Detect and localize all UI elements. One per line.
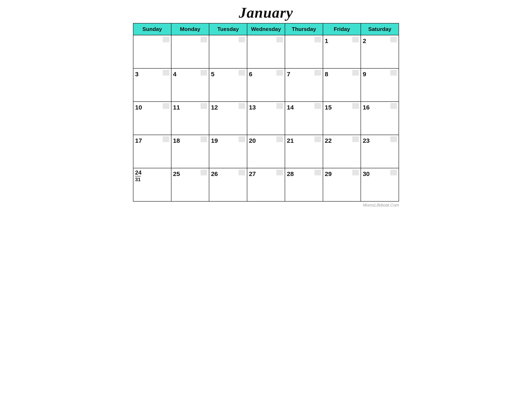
calendar-cell: 17: [133, 135, 171, 168]
corner-mark: [163, 70, 169, 76]
calendar-cell: 12: [209, 102, 247, 135]
corner-mark: [276, 136, 283, 142]
calendar-cell: 2431: [133, 168, 171, 201]
corner-mark: [163, 103, 169, 109]
corner-mark: [163, 37, 169, 42]
calendar-cell: 29: [323, 168, 361, 201]
week-row-2: 3456789: [133, 68, 399, 102]
corner-mark: [314, 170, 321, 175]
corner-mark: [352, 103, 359, 109]
calendar-cell: 7: [285, 68, 323, 102]
calendar-cell: 16: [361, 102, 399, 135]
calendar-cell: 19: [209, 135, 247, 168]
calendar-cell: 8: [323, 68, 361, 102]
week-row-5: 2431252627282930: [133, 168, 399, 201]
corner-mark: [276, 103, 283, 109]
corner-mark: [276, 37, 283, 42]
corner-mark: [390, 136, 397, 142]
calendar-cell: 6: [247, 68, 285, 102]
day-number-bottom: 31: [135, 176, 141, 182]
corner-mark: [390, 37, 397, 42]
calendar-cell: 4: [171, 68, 209, 102]
calendar-table: SundayMondayTuesdayWednesdayThursdayFrid…: [133, 23, 399, 201]
day-number-top: 24: [135, 170, 142, 176]
calendar-cell: 30: [361, 168, 399, 201]
calendar-container: January SundayMondayTuesdayWednesdayThur…: [133, 4, 399, 208]
header-day-tuesday: Tuesday: [209, 23, 247, 35]
watermark: MomsLifeboat.Com: [133, 203, 399, 208]
corner-mark: [314, 136, 321, 142]
calendar-cell: 26: [209, 168, 247, 201]
corner-mark: [390, 103, 397, 109]
header-day-saturday: Saturday: [361, 23, 399, 35]
corner-mark: [200, 70, 207, 76]
corner-mark: [238, 103, 245, 109]
days-header-row: SundayMondayTuesdayWednesdayThursdayFrid…: [133, 23, 399, 35]
corner-mark: [352, 70, 359, 76]
corner-mark: [200, 103, 207, 109]
header-day-thursday: Thursday: [285, 23, 323, 35]
calendar-cell: 14: [285, 102, 323, 135]
calendar-cell: 25: [171, 168, 209, 201]
week-row-1: 12: [133, 35, 399, 68]
calendar-cell: 21: [285, 135, 323, 168]
corner-mark: [238, 70, 245, 76]
calendar-cell: 20: [247, 135, 285, 168]
calendar-cell: [247, 35, 285, 68]
calendar-cell: 18: [171, 135, 209, 168]
header-day-sunday: Sunday: [133, 23, 171, 35]
calendar-title: January: [133, 4, 399, 21]
calendar-cell: 11: [171, 102, 209, 135]
calendar-cell: 5: [209, 68, 247, 102]
header-day-friday: Friday: [323, 23, 361, 35]
header-day-monday: Monday: [171, 23, 209, 35]
corner-mark: [314, 70, 321, 76]
corner-mark: [352, 136, 359, 142]
calendar-cell: 9: [361, 68, 399, 102]
corner-mark: [238, 37, 245, 42]
calendar-cell: 10: [133, 102, 171, 135]
header-day-wednesday: Wednesday: [247, 23, 285, 35]
corner-mark: [352, 37, 359, 42]
calendar-cell: 15: [323, 102, 361, 135]
corner-mark: [276, 170, 283, 175]
corner-mark: [238, 136, 245, 142]
corner-mark: [238, 170, 245, 175]
corner-mark: [314, 37, 321, 42]
week-row-4: 17181920212223: [133, 135, 399, 168]
corner-mark: [390, 70, 397, 76]
corner-mark: [200, 37, 207, 42]
calendar-cell: 2: [361, 35, 399, 68]
calendar-cell: [133, 35, 171, 68]
calendar-cell: 3: [133, 68, 171, 102]
calendar-cell: 1: [323, 35, 361, 68]
week-row-3: 10111213141516: [133, 102, 399, 135]
calendar-cell: [209, 35, 247, 68]
corner-mark: [200, 170, 207, 175]
calendar-cell: 27: [247, 168, 285, 201]
calendar-cell: 23: [361, 135, 399, 168]
calendar-cell: 13: [247, 102, 285, 135]
corner-mark: [352, 170, 359, 175]
day-number-dual: 2431: [135, 170, 169, 182]
corner-mark: [390, 170, 397, 175]
corner-mark: [163, 136, 169, 142]
calendar-cell: 28: [285, 168, 323, 201]
calendar-cell: [171, 35, 209, 68]
calendar-cell: 22: [323, 135, 361, 168]
corner-mark: [314, 103, 321, 109]
corner-mark: [276, 70, 283, 76]
calendar-cell: [285, 35, 323, 68]
corner-mark: [200, 136, 207, 142]
